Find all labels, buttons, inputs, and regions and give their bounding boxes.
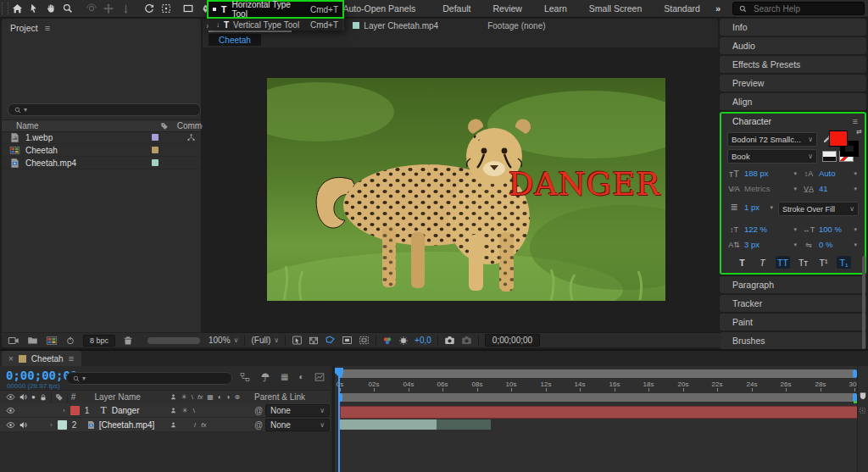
- collapse-toggle-icon[interactable]: ✳: [182, 407, 188, 414]
- parent-select[interactable]: None ∨: [265, 419, 330, 431]
- solo-column-icon[interactable]: ●: [31, 393, 36, 401]
- swap-fill-stroke-icon[interactable]: ⇄: [856, 128, 862, 136]
- faux-italic-toggle[interactable]: T: [755, 256, 770, 269]
- leading-field[interactable]: ↕A Auto ▾: [802, 168, 859, 179]
- layer-color-swatch[interactable]: [58, 420, 67, 430]
- comp-marker-bin-icon[interactable]: [859, 391, 867, 400]
- workspace-learn[interactable]: Learn: [544, 3, 567, 14]
- pan-behind-tool-icon[interactable]: [158, 1, 175, 16]
- subscript-toggle[interactable]: T₁: [837, 256, 851, 269]
- guides-options-icon[interactable]: [292, 335, 303, 346]
- quality-column-icon[interactable]: \: [192, 393, 193, 401]
- panel-paint[interactable]: Paint: [720, 314, 866, 330]
- label-color-swatch[interactable]: [152, 134, 159, 141]
- workspace-standard[interactable]: Standard: [664, 3, 700, 14]
- take-snapshot-icon[interactable]: [444, 335, 455, 346]
- draft-3d-icon[interactable]: [260, 372, 270, 382]
- time-navigator-bar[interactable]: [338, 369, 857, 378]
- new-composition-icon[interactable]: [46, 335, 58, 347]
- font-family-select[interactable]: Bodoni 72 Smallc... ∨: [727, 132, 817, 147]
- layer-name[interactable]: [Cheetah.mp4]: [99, 420, 155, 430]
- selection-tool-icon[interactable]: [25, 1, 42, 16]
- layer-name[interactable]: Danger: [112, 406, 140, 415]
- right-panel-scrollbar[interactable]: [862, 256, 865, 349]
- rectangle-tool-icon[interactable]: [180, 1, 197, 16]
- frame-blend-column-icon[interactable]: ▦: [207, 393, 214, 401]
- superscript-toggle[interactable]: T¹: [816, 256, 831, 269]
- zoom-tool-icon[interactable]: [59, 1, 76, 16]
- layer-row-cheetah-mp4[interactable]: › 2 [Cheetah.mp4] / fx @ None ∨: [0, 418, 331, 432]
- parent-select[interactable]: None ∨: [265, 404, 330, 417]
- tab-footage[interactable]: Footage (none): [487, 21, 545, 31]
- menu-item-vertical-type-tool[interactable]: ↓ T Vertical Type Tool Cmd+T: [209, 19, 342, 31]
- shy-column-icon[interactable]: [170, 393, 177, 401]
- rotation-tool-icon[interactable]: [141, 1, 158, 16]
- fill-stroke-color-widget[interactable]: ⇄: [829, 130, 861, 159]
- magnification-select[interactable]: 100% ∨: [209, 336, 238, 345]
- eye-icon[interactable]: [6, 406, 15, 415]
- tracking-field[interactable]: V̲A̲ 41 ▾: [802, 183, 859, 194]
- search-help-box[interactable]: [732, 2, 865, 15]
- panel-paragraph[interactable]: Paragraph: [720, 276, 866, 293]
- panel-audio[interactable]: Audio: [720, 37, 866, 54]
- quality-toggle-icon[interactable]: /: [194, 421, 196, 429]
- expand-arrow-icon[interactable]: ›: [50, 421, 53, 429]
- interpret-footage-icon[interactable]: [8, 335, 19, 347]
- home-icon[interactable]: [8, 1, 25, 16]
- timeline-search-box[interactable]: ▾: [66, 372, 232, 385]
- danger-text-layer[interactable]: DANGER: [509, 166, 660, 203]
- layer-color-swatch[interactable]: [70, 406, 80, 415]
- resolution-select[interactable]: (Full) ∨: [251, 336, 279, 345]
- panel-brushes[interactable]: Brushes: [720, 332, 866, 349]
- layer-name-column[interactable]: Layer Name: [94, 392, 140, 402]
- parent-pickwhip-icon[interactable]: @: [254, 406, 263, 415]
- panel-effects-presets[interactable]: Effects & Presets: [720, 56, 866, 73]
- channel-rgb-icon[interactable]: [382, 336, 392, 346]
- label-color-swatch[interactable]: [152, 147, 159, 153]
- search-help-input[interactable]: [752, 3, 840, 14]
- small-caps-toggle[interactable]: Tᴛ: [796, 256, 810, 269]
- project-settings-icon[interactable]: [65, 336, 75, 346]
- playhead-line[interactable]: [338, 369, 340, 472]
- video-visibility-column-icon[interactable]: [6, 392, 15, 402]
- shy-toggle-icon[interactable]: [170, 407, 177, 414]
- expand-arrow-icon[interactable]: ›: [63, 407, 65, 414]
- panel-align[interactable]: Align: [720, 93, 866, 110]
- layer-number-column[interactable]: #: [71, 392, 76, 402]
- composition-image[interactable]: DANGER: [267, 78, 665, 301]
- frame-blending-icon[interactable]: ▦: [281, 372, 288, 382]
- panel-menu-icon[interactable]: ≡: [45, 23, 50, 33]
- graph-editor-icon[interactable]: [314, 372, 325, 382]
- adjustment-column-icon[interactable]: ◑: [226, 393, 231, 401]
- composition-view-area[interactable]: DANGER: [203, 47, 718, 333]
- orbit-camera-tool-icon[interactable]: [83, 1, 100, 16]
- kerning-field[interactable]: V⁄A Metrics ▾: [727, 183, 798, 194]
- menu-item-horizontal-type-tool[interactable]: T Horizontal Type Tool Cmd+T: [207, 0, 344, 19]
- timeline-tab-cheetah[interactable]: × Cheetah ≡: [2, 351, 81, 366]
- color-depth-button[interactable]: 8 bpc: [83, 335, 115, 347]
- workspace-small-screen[interactable]: Small Screen: [589, 3, 642, 14]
- audio-icon[interactable]: [19, 420, 28, 430]
- timeline-graph-area[interactable]: 0s 02s 04s 06s 08s 10s 12s 14s 16s 18s 2…: [332, 366, 860, 472]
- horizontal-scale-field[interactable]: ↔T 100 % ▾: [802, 224, 859, 235]
- column-name-header[interactable]: Name: [16, 121, 39, 130]
- stroke-width-field[interactable]: ≣ 1 px ▾: [727, 202, 775, 213]
- project-item-cheetah-comp[interactable]: Cheetah: [2, 144, 201, 157]
- tab-layer-cheetah[interactable]: Layer Cheetah.mp4: [353, 21, 438, 31]
- preview-time-display[interactable]: 0;00;00;00: [485, 334, 540, 347]
- region-of-interest-icon[interactable]: [359, 335, 370, 346]
- motion-blur-column-icon[interactable]: ◐: [218, 393, 222, 401]
- quality-toggle-icon[interactable]: \: [193, 407, 195, 414]
- exposure-value[interactable]: +0,0: [415, 336, 431, 345]
- panel-tracker[interactable]: Tracker: [720, 295, 866, 312]
- time-ruler[interactable]: 0s 02s 04s 06s 08s 10s 12s 14s 16s 18s 2…: [335, 380, 860, 391]
- label-color-column-icon[interactable]: [160, 122, 169, 130]
- lock-column-icon[interactable]: [39, 393, 47, 402]
- audio-column-icon[interactable]: [19, 392, 28, 402]
- comp-mini-flowchart-icon[interactable]: [240, 372, 250, 382]
- effects-toggle-icon[interactable]: fx: [201, 421, 206, 429]
- panel-menu-icon[interactable]: ≡: [69, 353, 74, 364]
- cheetah-layer-bar[interactable]: [340, 419, 437, 430]
- parent-pickwhip-icon[interactable]: @: [254, 420, 263, 430]
- eye-icon[interactable]: [6, 420, 15, 430]
